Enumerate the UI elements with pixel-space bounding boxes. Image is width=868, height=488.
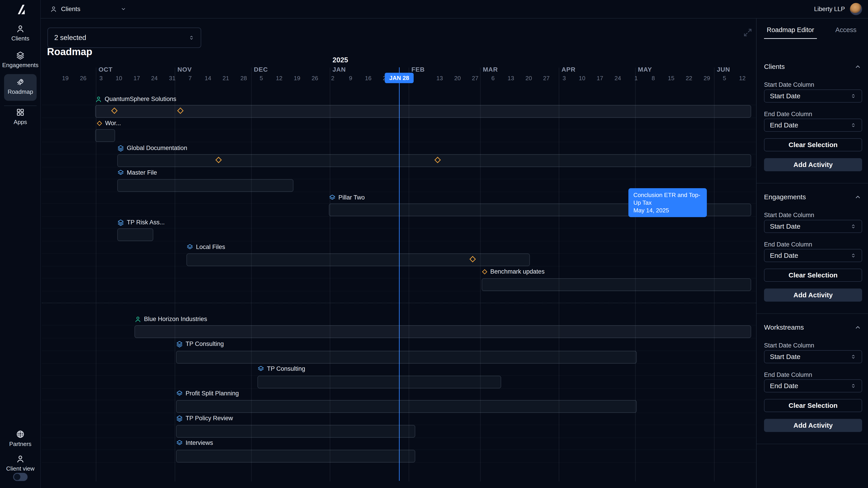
gantt-workstream-label: Master File bbox=[117, 169, 157, 176]
section-title-workstreams: Workstreams bbox=[764, 324, 804, 331]
add-activity-button[interactable]: Add Activity bbox=[764, 289, 862, 302]
gantt-bar[interactable] bbox=[176, 400, 637, 413]
row-label-text: TP Risk Ass... bbox=[127, 219, 165, 226]
tab-access[interactable]: Access bbox=[833, 26, 859, 39]
workstream-layers-icon bbox=[186, 244, 193, 251]
row-label-text: Blue Horizon Industries bbox=[144, 316, 207, 323]
workstream-layers-icon bbox=[117, 219, 124, 226]
end-date-select[interactable]: End Date bbox=[764, 249, 862, 262]
gantt-bar[interactable] bbox=[117, 154, 751, 167]
tab-roadmap-editor[interactable]: Roadmap Editor bbox=[764, 26, 817, 39]
start-date-select[interactable]: Start Date bbox=[764, 220, 862, 233]
row-label-text: TP Consulting bbox=[186, 340, 224, 348]
week-tick-label: 19 bbox=[294, 75, 301, 82]
end-date-column-label: End Date Column bbox=[764, 371, 812, 379]
row-label-text: Interviews bbox=[186, 440, 213, 447]
end-date-column-label: End Date Column bbox=[764, 111, 812, 118]
gantt-workstream-label: TP Risk Ass... bbox=[117, 219, 165, 226]
gantt-client-label: QuantumSphere Solutions bbox=[95, 96, 176, 103]
add-activity-button[interactable]: Add Activity bbox=[764, 158, 862, 171]
roadmap-editor-panel: Roadmap EditorAccess ClientsStart Date C… bbox=[756, 19, 868, 488]
week-tick-label: 12 bbox=[276, 75, 283, 82]
row-label-text: Master File bbox=[127, 169, 157, 176]
row-label-text: QuantumSphere Solutions bbox=[105, 96, 176, 103]
start-date-select[interactable]: Start Date bbox=[764, 90, 862, 103]
gantt-bar[interactable] bbox=[95, 129, 115, 142]
row-label-text: Global Documentation bbox=[127, 144, 187, 152]
gantt-bar[interactable] bbox=[117, 228, 153, 241]
workstream-layers-icon bbox=[117, 145, 124, 152]
sidebar-item-clients[interactable]: Clients bbox=[0, 24, 41, 42]
week-tick-label: 17 bbox=[133, 75, 140, 82]
sidebar-item-label: Partners bbox=[9, 441, 31, 448]
client-view-toggle[interactable] bbox=[13, 473, 28, 481]
chevron-up-icon[interactable] bbox=[855, 63, 861, 70]
sidebar-item-client-view[interactable]: Client view bbox=[0, 455, 41, 472]
gantt-bar[interactable] bbox=[176, 425, 415, 437]
section-title-clients: Clients bbox=[764, 63, 785, 70]
workstream-layers-icon bbox=[176, 390, 183, 397]
sidebar-item-apps[interactable]: Apps bbox=[0, 108, 41, 126]
add-activity-button[interactable]: Add Activity bbox=[764, 419, 862, 432]
end-date-select-value: End Date bbox=[770, 121, 798, 129]
row-label-text: Local Files bbox=[196, 243, 225, 251]
sidebar-item-engagements[interactable]: Engagements bbox=[0, 51, 41, 69]
gantt-bar[interactable] bbox=[482, 278, 751, 291]
today-marker-pill[interactable]: JAN 28 bbox=[385, 73, 414, 83]
month-label: DEC bbox=[254, 66, 268, 73]
month-label: MAR bbox=[483, 66, 498, 73]
sidebar-item-roadmap[interactable]: Roadmap bbox=[0, 78, 41, 95]
week-tick-label: 13 bbox=[508, 75, 514, 82]
gantt-bar[interactable] bbox=[95, 105, 751, 118]
sidebar: ClientsEngagementsRoadmapApps PartnersCl… bbox=[0, 0, 41, 488]
start-date-column-label: Start Date Column bbox=[764, 342, 814, 349]
end-date-select[interactable]: End Date bbox=[764, 379, 862, 392]
gantt-lane bbox=[42, 129, 756, 142]
row-label-text: Profit Split Planning bbox=[186, 390, 239, 397]
user-avatar[interactable] bbox=[850, 3, 862, 15]
clear-selection-button[interactable]: Clear Selection bbox=[764, 399, 862, 412]
month-label: JUN bbox=[717, 66, 730, 73]
row-label-text: TP Consulting bbox=[267, 365, 305, 372]
sidebar-item-partners[interactable]: Partners bbox=[0, 430, 41, 448]
gantt-bar[interactable] bbox=[117, 179, 293, 192]
week-tick-label: 10 bbox=[579, 75, 585, 82]
start-date-select-value: Start Date bbox=[770, 92, 800, 100]
gantt-bar[interactable] bbox=[176, 450, 415, 462]
end-date-select[interactable]: End Date bbox=[764, 119, 862, 132]
week-tick-label: 8 bbox=[652, 75, 655, 82]
start-date-select[interactable]: Start Date bbox=[764, 350, 862, 363]
week-tick-label: 9 bbox=[349, 75, 352, 82]
sidebar-item-label: Clients bbox=[11, 35, 29, 42]
end-date-column-label: End Date Column bbox=[764, 241, 812, 248]
week-tick-label: 2 bbox=[331, 75, 334, 82]
week-tick-label: 3 bbox=[99, 75, 103, 82]
chevron-up-icon[interactable] bbox=[855, 194, 861, 200]
week-tick-label: 21 bbox=[223, 75, 229, 82]
gantt-bar[interactable] bbox=[186, 254, 530, 266]
clear-selection-button[interactable]: Clear Selection bbox=[764, 138, 862, 151]
context-switcher[interactable]: Clients bbox=[41, 5, 126, 13]
gantt-bar[interactable] bbox=[176, 351, 637, 363]
start-date-column-label: Start Date Column bbox=[764, 81, 814, 88]
gantt-workstream-label: Global Documentation bbox=[117, 144, 187, 152]
gantt-workstream-label: Local Files bbox=[186, 243, 225, 251]
panel-section-divider bbox=[756, 183, 868, 184]
start-date-column-label: Start Date Column bbox=[764, 212, 814, 219]
rocket-icon bbox=[16, 78, 25, 86]
week-tick-label: 26 bbox=[312, 75, 318, 82]
week-tick-label: 7 bbox=[188, 75, 192, 82]
chevron-up-icon[interactable] bbox=[855, 324, 861, 331]
week-tick-label: 5 bbox=[260, 75, 263, 82]
row-label-text: Pillar Two bbox=[338, 194, 365, 201]
week-tick-label: 26 bbox=[80, 75, 87, 82]
sidebar-divider bbox=[4, 105, 37, 106]
gantt-bar[interactable] bbox=[257, 376, 501, 388]
person-icon bbox=[50, 6, 57, 12]
clear-selection-button[interactable]: Clear Selection bbox=[764, 269, 862, 282]
month-label: NOV bbox=[178, 66, 192, 73]
gantt-bar[interactable] bbox=[134, 325, 751, 338]
select-updown-icon bbox=[850, 253, 856, 258]
client-person-icon bbox=[134, 316, 141, 323]
milestone-diamond-icon bbox=[96, 121, 102, 126]
